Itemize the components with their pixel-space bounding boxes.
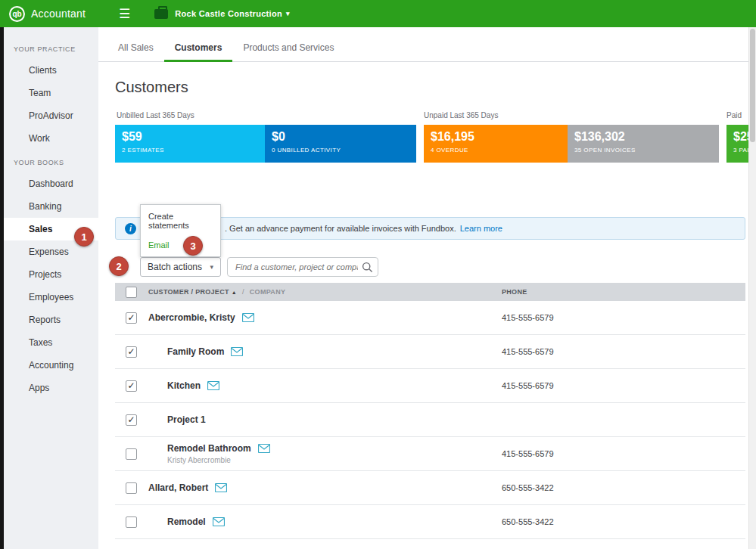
checkbox-cell: ✓ xyxy=(115,312,148,324)
customer-name-line: Family Room xyxy=(167,346,502,357)
sidebar-section-title: YOUR PRACTICE xyxy=(0,36,98,59)
menu-item-email[interactable]: Email xyxy=(141,235,220,255)
tile-amount: $136,302 xyxy=(574,130,712,144)
tile-caption: 3 PAID L xyxy=(733,147,749,154)
unpaid-label: Unpaid Last 365 Days xyxy=(424,111,498,119)
unbilled-label: Unbilled Last 365 Days xyxy=(117,111,194,119)
money-tile[interactable]: $592 ESTIMATES xyxy=(115,125,265,163)
sidebar-nav: YOUR PRACTICEClientsTeamProAdvisorWorkYO… xyxy=(0,27,98,549)
sidebar-item-accounting[interactable]: Accounting xyxy=(0,354,98,377)
money-bar-labels: Unbilled Last 365 Days Unpaid Last 365 D… xyxy=(115,111,756,122)
sidebar-item-clients[interactable]: Clients xyxy=(0,59,98,82)
info-icon: i xyxy=(125,223,136,234)
money-tile[interactable]: $136,30235 OPEN INVOICES xyxy=(568,125,719,163)
sidebar-item-banking[interactable]: Banking xyxy=(0,195,98,218)
annotation-step-3: 3 xyxy=(183,236,203,256)
customer-name-link[interactable]: Family Room xyxy=(167,346,224,357)
money-tile[interactable]: $16,1954 OVERDUE xyxy=(424,125,568,163)
vertical-scrollbar[interactable] xyxy=(748,27,756,549)
customer-cell: Abercrombie, Kristy xyxy=(148,312,502,323)
batch-actions-button[interactable]: Batch actions ▾ xyxy=(140,257,221,277)
row-checkbox[interactable]: ✓ xyxy=(126,414,137,426)
sidebar-item-team[interactable]: Team xyxy=(0,82,98,104)
email-icon[interactable] xyxy=(215,483,227,492)
learn-more-link[interactable]: Learn more xyxy=(460,224,502,233)
chevron-down-icon: ▾ xyxy=(210,263,213,271)
list-toolbar: Batch actions ▾ Create statementsEmail xyxy=(140,257,756,277)
customer-name-link[interactable]: Kitchen xyxy=(167,380,201,391)
row-checkbox[interactable] xyxy=(126,516,137,528)
sidebar-item-reports[interactable]: Reports xyxy=(0,309,98,331)
tile-caption: 0 UNBILLED ACTIVITY xyxy=(272,147,409,154)
phone-header-label: PHONE xyxy=(502,288,527,296)
customer-header-label: CUSTOMER / PROJECT xyxy=(148,288,229,296)
annotation-step-1: 1 xyxy=(74,227,94,247)
table-row: Remodel650-555-3422 xyxy=(115,505,745,539)
phone-value: 415-555-6579 xyxy=(502,347,745,356)
search-input[interactable] xyxy=(228,258,378,276)
row-checkbox[interactable] xyxy=(126,482,137,494)
customer-name-line: Abercrombie, Kristy xyxy=(148,312,502,323)
email-icon[interactable] xyxy=(213,517,225,526)
money-tile[interactable]: $00 UNBILLED ACTIVITY xyxy=(265,125,416,163)
customer-column-header[interactable]: CUSTOMER / PROJECT▲/COMPANY xyxy=(148,288,502,296)
checkbox-cell xyxy=(115,482,148,494)
main-layout: YOUR PRACTICEClientsTeamProAdvisorWorkYO… xyxy=(0,27,756,549)
row-checkbox[interactable]: ✓ xyxy=(126,380,137,392)
sidebar-section-title: YOUR BOOKS xyxy=(0,150,98,172)
annotation-step-2: 2 xyxy=(109,256,129,276)
customer-name-link[interactable]: Project 1 xyxy=(167,414,206,425)
sidebar-item-projects[interactable]: Projects xyxy=(0,263,98,286)
customer-subname: Kristy Abercrombie xyxy=(167,456,502,464)
tile-amount: $59 xyxy=(122,130,258,144)
money-tiles: $592 ESTIMATES$00 UNBILLED ACTIVITY$16,1… xyxy=(115,125,756,163)
row-checkbox[interactable]: ✓ xyxy=(126,312,137,324)
tab-all-sales[interactable]: All Sales xyxy=(107,39,164,61)
money-bar: Unbilled Last 365 Days Unpaid Last 365 D… xyxy=(115,111,756,163)
sidebar-item-work[interactable]: Work xyxy=(0,127,98,150)
hamburger-menu-icon[interactable]: ☰ xyxy=(119,8,130,20)
sales-tabs: All SalesCustomersProducts and Services xyxy=(98,27,756,62)
tile-caption: 4 OVERDUE xyxy=(431,147,561,154)
customer-cell: Project 1 xyxy=(148,414,502,425)
menu-item-create-statements[interactable]: Create statements xyxy=(141,206,220,235)
sidebar-item-proadvisor[interactable]: ProAdvisor xyxy=(0,104,98,127)
batch-actions-label: Batch actions xyxy=(148,262,202,272)
row-checkbox[interactable]: ✓ xyxy=(126,346,137,358)
content-area: All SalesCustomersProducts and Services … xyxy=(98,27,756,549)
scrollbar-thumb[interactable] xyxy=(750,29,755,142)
table-row: ✓Project 1 xyxy=(115,403,745,437)
customers-table: CUSTOMER / PROJECT▲/COMPANY PHONE ✓Aberc… xyxy=(115,283,745,549)
page-title: Customers xyxy=(115,79,756,96)
phone-value: 415-555-6579 xyxy=(502,313,745,322)
customer-name-line: Remodel Bathroom xyxy=(167,443,502,454)
row-checkbox[interactable] xyxy=(126,448,137,460)
sidebar-item-apps[interactable]: Apps xyxy=(0,377,98,399)
sidebar-item-employees[interactable]: Employees xyxy=(0,286,98,309)
email-icon[interactable] xyxy=(242,313,254,322)
customer-name-link[interactable]: Allard, Robert xyxy=(148,482,208,493)
customer-name-link[interactable]: Remodel xyxy=(167,516,206,527)
batch-actions-menu: Create statementsEmail xyxy=(140,204,221,257)
briefcase-icon xyxy=(154,9,168,19)
sidebar-item-taxes[interactable]: Taxes xyxy=(0,331,98,354)
tab-customers[interactable]: Customers xyxy=(164,39,233,62)
customer-cell: Remodel xyxy=(148,516,502,527)
customer-cell: Family Room xyxy=(148,346,502,357)
tile-caption: 2 ESTIMATES xyxy=(122,147,258,154)
phone-column-header[interactable]: PHONE xyxy=(502,288,745,296)
customer-name-link[interactable]: Abercrombie, Kristy xyxy=(148,312,235,323)
customer-name-link[interactable]: Remodel Bathroom xyxy=(167,443,251,454)
tab-products-and-services[interactable]: Products and Services xyxy=(232,39,344,61)
table-row: ✓Kitchen415-555-6579 xyxy=(115,369,745,403)
tile-caption: 35 OPEN INVOICES xyxy=(574,147,712,154)
email-icon[interactable] xyxy=(207,381,219,390)
email-icon[interactable] xyxy=(231,347,243,356)
search-icon[interactable] xyxy=(362,262,373,276)
tile-amount: $0 xyxy=(272,130,409,144)
select-all-checkbox[interactable] xyxy=(126,287,137,298)
sidebar-item-dashboard[interactable]: Dashboard xyxy=(0,172,98,195)
email-icon[interactable] xyxy=(258,444,270,453)
customer-cell: Allard, Robert xyxy=(148,482,502,493)
company-selector[interactable]: Rock Castle Construction ▾ xyxy=(175,9,290,18)
